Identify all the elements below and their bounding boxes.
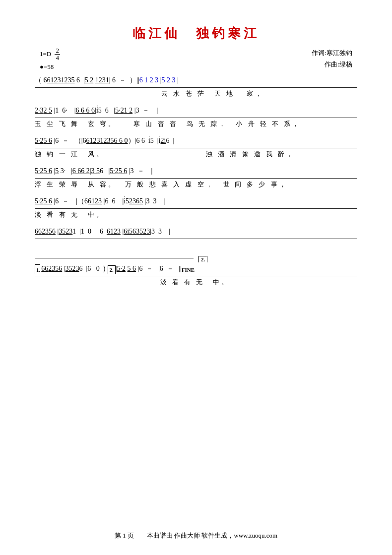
volta-left xyxy=(35,255,198,259)
row-2: 2·3 2 5 |1 6· |6 6 6 6 |i· 5 6 |5·2 1 2 … xyxy=(35,105,357,128)
score-container: （ 6 6123 1235 6 |5 2 1231 | 6 － ）||6 1 2… xyxy=(35,75,357,287)
row-4: 5·2 5 6 |5 3· |6 6 6 2 |3 5 6 |5·2 5 6 |… xyxy=(35,166,357,189)
volta-right: 2. xyxy=(198,255,357,263)
row-6: 66 2356 |3523 1 |1 0 |6 6123 |6i56 3523 … xyxy=(35,226,357,248)
page-number: 第 1 页 xyxy=(115,532,134,539)
row-1: （ 6 6123 1235 6 |5 2 1231 | 6 － ）||6 1 2… xyxy=(35,75,357,98)
lyrics-row-5: 淡 看 有 无 中。 xyxy=(35,210,357,219)
lyrics-row-1: 云 水 苍 茫 天 地 寂， xyxy=(35,89,357,98)
author2: 作曲:绿杨 xyxy=(325,61,352,68)
lyrics-row-4: 浮 生 荣 辱 从 容。 万 般 悲 喜 入 虚 空， 世 间 多 少 事， xyxy=(35,180,357,189)
software-credit: 本曲谱由 作曲大师 软件生成，www.zuoqu.com xyxy=(147,532,277,539)
volta-1-label: 1. xyxy=(35,264,40,274)
notes-row-7: 1. 66 2356 |3523 6 |6 0 ) 2. |5·2 5 6 |6… xyxy=(35,263,357,276)
tempo-info: 1=D 2 4 ●=58 xyxy=(40,47,60,72)
row-7: 1. 66 2356 |3523 6 |6 0 ) 2. |5·2 5 6 |6… xyxy=(35,263,357,287)
volta-2-label: 2. xyxy=(108,265,116,274)
row-3: 5·2 5 6 |6 － （|6 6123 1235 6 6 0）|6 6 i·… xyxy=(35,135,357,159)
lyrics-row-6 xyxy=(35,241,357,248)
main-content: 临江仙 独钓寒江 1=D 2 4 ●=58 作词:寒江独钓 作曲:绿杨 （ xyxy=(20,15,372,304)
lyrics-row-2: 玉 尘 飞 舞 玄 穹。 寒 山 杳 杳 鸟 无 踪， 小 舟 轻 不 系， xyxy=(35,120,357,128)
row-5: 5·2 5 6 |6 － |（6 6123 |6 6 |i·5 2365 |3 … xyxy=(35,196,357,219)
page: 临江仙 独钓寒江 1=D 2 4 ●=58 作词:寒江独钓 作曲:绿杨 （ xyxy=(0,0,392,555)
volta-2-bracket: 2. xyxy=(198,256,207,262)
meter: 2 4 xyxy=(55,47,60,62)
notes-row-1: （ 6 6123 1235 6 |5 2 1231 | 6 － ）||6 1 2… xyxy=(35,75,357,88)
author1: 作词:寒江独钓 xyxy=(312,49,352,57)
main-title: 临江仙 独钓寒江 xyxy=(132,26,260,41)
lyrics-row-7: 淡 看 有 无 中。 xyxy=(35,278,357,287)
tempo-key: 1=D xyxy=(40,50,51,58)
page-footer: 第 1 页 本曲谱由 作曲大师 软件生成，www.zuoqu.com xyxy=(0,531,392,540)
beat-mark: ●=58 xyxy=(40,63,54,70)
author-info: 作词:寒江独钓 作曲:绿杨 xyxy=(312,47,352,70)
meter-den: 4 xyxy=(55,55,60,62)
notes-row-3: 5·2 5 6 |6 － （|6 6123 1235 6 6 0）|6 6 i·… xyxy=(35,135,357,148)
title-area: 临江仙 独钓寒江 xyxy=(35,25,357,42)
notes-row-4: 5·2 5 6 |5 3· |6 6 6 2 |3 5 6 |5·2 5 6 |… xyxy=(35,166,357,179)
meter-num: 2 xyxy=(55,47,60,55)
lyrics-row-3: 独 钓 一 江 风。 浊 酒 清 箫 邀 我 醉， xyxy=(35,150,357,159)
notes-row-2: 2·3 2 5 |1 6· |6 6 6 6 |i· 5 6 |5·2 1 2 … xyxy=(35,105,357,118)
volta-area: 2. xyxy=(35,255,357,263)
fine-mark: FINE xyxy=(182,266,195,274)
repeat-bracket-area: 2. xyxy=(35,255,357,263)
header-info: 1=D 2 4 ●=58 作词:寒江独钓 作曲:绿杨 xyxy=(35,47,357,72)
notes-row-5: 5·2 5 6 |6 － |（6 6123 |6 6 |i·5 2365 |3 … xyxy=(35,196,357,209)
notes-row-6: 66 2356 |3523 1 |1 0 |6 6123 |6i56 3523 … xyxy=(35,226,357,239)
bar-top-line xyxy=(35,255,194,258)
